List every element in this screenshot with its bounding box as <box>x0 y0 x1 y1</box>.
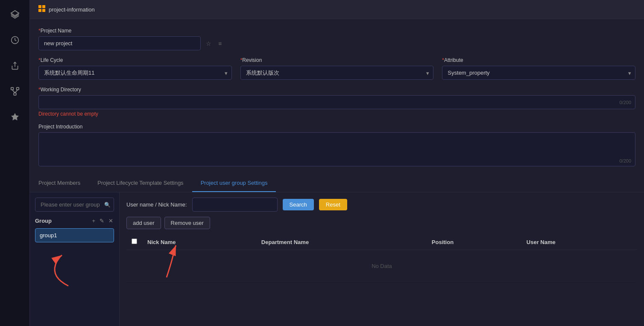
revision-select[interactable]: 系统默认版次 <box>240 66 434 80</box>
no-data-cell: No Data <box>126 250 637 282</box>
reset-button[interactable]: Reset <box>319 199 347 210</box>
add-user-button[interactable]: add user <box>126 217 161 229</box>
sidebar <box>0 0 30 326</box>
action-row: add user Remove user <box>126 217 637 229</box>
search-label: User name / Nick Name: <box>126 201 187 208</box>
attribute-field: *Attribute System_property <box>442 57 635 80</box>
group-header-label: Group <box>35 218 52 224</box>
page-title: project-information <box>49 6 95 13</box>
search-group-input[interactable] <box>35 198 114 212</box>
user-search-input[interactable] <box>192 198 278 212</box>
tab-members[interactable]: Project Members <box>30 175 89 192</box>
three-col-row: *Life Cycle 系统默认生命周期11 *Revision 系统默认版次 … <box>38 57 635 80</box>
working-dir-row: *Working Directory 0/200 Directory canno… <box>38 87 635 117</box>
project-name-row: *Project Name new project ☆ ≡ <box>38 28 635 50</box>
attribute-label: *Attribute <box>442 57 635 63</box>
working-dir-label: *Working Directory <box>38 87 635 93</box>
add-group-button[interactable]: + <box>91 217 96 225</box>
layers-icon[interactable] <box>7 7 23 22</box>
project-name-input-group: new project ☆ ≡ <box>38 36 635 50</box>
col-user-name: User Name <box>521 234 637 250</box>
search-icon: 🔍 <box>104 202 111 208</box>
revision-label: *Revision <box>240 57 434 63</box>
users-table: Nick Name Department Name Position User … <box>126 234 637 282</box>
svg-marker-8 <box>11 114 18 120</box>
working-dir-input[interactable] <box>38 95 635 109</box>
star-field-icon[interactable]: ☆ <box>204 38 213 49</box>
revision-select-wrapper: 系统默认版次 <box>240 66 434 80</box>
svg-rect-11 <box>38 9 41 12</box>
project-intro-label: Project Introduction <box>38 124 635 130</box>
project-name-input[interactable]: new project <box>38 36 201 50</box>
clock-icon[interactable] <box>7 32 23 48</box>
select-all-checkbox[interactable] <box>132 239 137 244</box>
svg-line-7 <box>15 90 18 93</box>
no-data-row: No Data <box>126 250 637 282</box>
working-dir-error: Directory cannot be empty <box>38 111 635 117</box>
col-position: Position <box>427 234 521 250</box>
search-group-wrapper: 🔍 <box>35 198 114 212</box>
svg-rect-5 <box>14 93 16 96</box>
life-cycle-label: *Life Cycle <box>38 57 232 63</box>
project-intro-row: Project Introduction 0/200 <box>38 124 635 168</box>
main-content: project-information *Project Name new pr… <box>30 0 644 326</box>
project-name-label: *Project Name <box>38 28 635 34</box>
share-icon[interactable] <box>7 58 23 73</box>
attribute-select-wrapper: System_property <box>442 66 635 80</box>
working-dir-char-count: 0/200 <box>619 100 631 105</box>
edit-group-button[interactable]: ✎ <box>99 217 105 225</box>
tab-usergroup[interactable]: Project user group Settings <box>192 175 276 192</box>
app-icon <box>38 5 45 14</box>
header-bar: project-information <box>30 0 644 19</box>
network-icon[interactable] <box>7 84 23 99</box>
col-checkbox <box>126 234 142 250</box>
project-intro-textarea[interactable] <box>38 132 635 166</box>
project-intro-wrapper: 0/200 <box>38 132 635 168</box>
search-button[interactable]: Search <box>283 199 314 210</box>
tabs-bar: Project Members Project Lifecycle Templa… <box>30 175 644 192</box>
svg-rect-4 <box>16 87 18 90</box>
col-dept-name: Department Name <box>256 234 427 250</box>
tab-lifecycle[interactable]: Project Lifecycle Template Settings <box>89 175 192 192</box>
attribute-select[interactable]: System_property <box>442 66 635 80</box>
svg-rect-12 <box>42 9 45 12</box>
svg-rect-3 <box>11 87 13 90</box>
life-cycle-field: *Life Cycle 系统默认生命周期11 <box>38 57 232 80</box>
svg-line-6 <box>12 90 15 93</box>
search-row: User name / Nick Name: Search Reset <box>126 198 637 212</box>
svg-rect-10 <box>42 5 45 8</box>
groups-panel: 🔍 Group + ✎ ✕ group1 <box>30 192 120 326</box>
delete-group-button[interactable]: ✕ <box>108 217 114 225</box>
remove-user-button[interactable]: Remove user <box>164 217 210 229</box>
revision-field: *Revision 系统默认版次 <box>240 57 434 80</box>
tab-content-usergroup: 🔍 Group + ✎ ✕ group1 User name / Nick Na… <box>30 192 644 326</box>
project-intro-char-count: 0/200 <box>619 158 631 163</box>
table-header-row: Nick Name Department Name Position User … <box>126 234 637 250</box>
life-cycle-select-wrapper: 系统默认生命周期11 <box>38 66 232 80</box>
star-icon[interactable] <box>7 109 23 125</box>
working-dir-wrapper: 0/200 <box>38 95 635 109</box>
form-section: *Project Name new project ☆ ≡ *Life Cycl… <box>30 19 644 168</box>
life-cycle-select[interactable]: 系统默认生命周期11 <box>38 66 232 80</box>
group-header-actions: + ✎ ✕ <box>91 217 114 225</box>
users-panel: User name / Nick Name: Search Reset add … <box>120 192 644 326</box>
col-nick-name: Nick Name <box>142 234 256 250</box>
group-item-group1[interactable]: group1 <box>35 228 114 242</box>
list-icon[interactable]: ≡ <box>217 38 223 49</box>
svg-rect-9 <box>38 5 41 8</box>
group-header: Group + ✎ ✕ <box>35 217 114 225</box>
